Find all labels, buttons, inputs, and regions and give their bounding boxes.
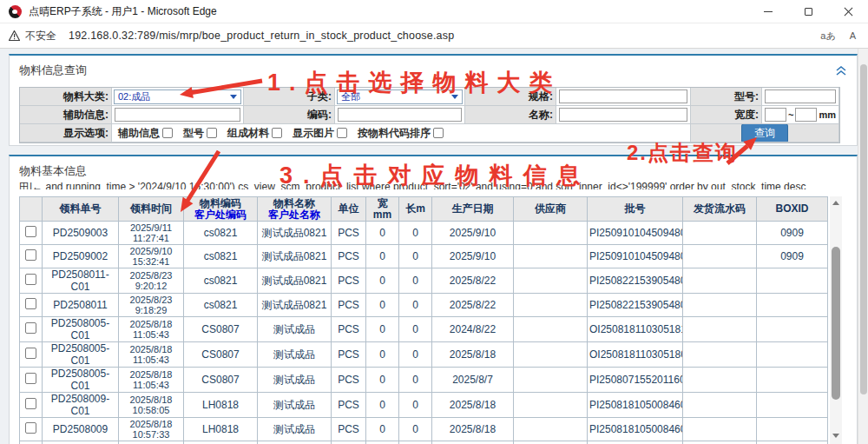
read-aloud-icon[interactable]: A — [850, 30, 856, 41]
cell-supplier[interactable] — [514, 317, 588, 342]
cell-order-no[interactable]: PD2508009 — [43, 418, 119, 441]
cell-width[interactable]: 0 — [366, 222, 399, 245]
cell-supplier[interactable] — [514, 294, 588, 317]
cell-supplier[interactable] — [514, 268, 588, 294]
cell-time[interactable]: 2025/8/239:18:29 — [119, 294, 184, 317]
cell-name[interactable]: 测试成品 — [258, 368, 332, 393]
cell-unit[interactable]: PCS — [332, 418, 366, 441]
page-scrollbar[interactable] — [858, 49, 868, 444]
minimize-button[interactable] — [748, 0, 788, 23]
cell-supplier[interactable] — [514, 393, 588, 418]
name-input[interactable] — [559, 108, 687, 122]
cell-supplier[interactable] — [514, 342, 588, 368]
cell-unit[interactable]: PCS — [332, 268, 366, 294]
cell-length[interactable]: 0 — [399, 418, 432, 441]
cell-name[interactable]: 测试成品 — [258, 418, 332, 441]
aux-info-input[interactable] — [115, 108, 240, 122]
cell-order-no[interactable]: PD2508005-C01 — [43, 368, 119, 393]
translate-icon[interactable]: aあ — [820, 30, 835, 43]
cell-code[interactable]: LH0818 — [184, 418, 258, 441]
row-checkbox[interactable] — [25, 298, 36, 309]
cell-width[interactable]: 0 — [366, 418, 399, 441]
cell-width[interactable]: 0 — [366, 368, 399, 393]
cell-name[interactable]: 测试成品 — [258, 342, 332, 368]
cell-width[interactable]: 0 — [366, 441, 399, 444]
cell-boxid[interactable] — [757, 317, 828, 342]
row-checkbox[interactable] — [25, 322, 36, 334]
cell-ship-code[interactable] — [683, 317, 757, 342]
display-option-checkbox[interactable] — [272, 128, 282, 138]
cell-width[interactable]: 0 — [366, 245, 399, 268]
row-checkbox[interactable] — [25, 398, 36, 409]
cell-length[interactable]: 0 — [399, 222, 432, 245]
cell-name[interactable]: 测试成品0821 — [258, 222, 332, 245]
cell-batch[interactable]: PI250818105008460 — [588, 393, 683, 418]
cell-length[interactable]: 0 — [399, 368, 432, 393]
cell-batch[interactable]: PI250807155201160 — [588, 441, 683, 444]
cell-width[interactable]: 0 — [366, 268, 399, 294]
cell-width[interactable]: 0 — [366, 342, 399, 368]
cell-code[interactable]: cs0821 — [184, 245, 258, 268]
cell-batch[interactable]: PI250910104509480 — [588, 222, 683, 245]
cell-prod-date[interactable]: 2025/8/7 — [432, 441, 514, 444]
cell-batch[interactable]: OI250818110305181 — [588, 317, 683, 342]
cell-prod-date[interactable]: 2025/8/22 — [432, 294, 514, 317]
cell-ship-code[interactable] — [683, 441, 757, 444]
cell-name[interactable]: 测试成品 — [258, 317, 332, 342]
cell-length[interactable]: 0 — [399, 268, 432, 294]
cell-order-no[interactable]: PD2509002 — [43, 245, 119, 268]
cell-prod-date[interactable]: 2025/8/18 — [432, 393, 514, 418]
scroll-up-button[interactable] — [830, 196, 842, 209]
cell-code[interactable]: cs0821 — [184, 222, 258, 245]
cell-prod-date[interactable]: 2025/9/10 — [432, 245, 514, 268]
cell-prod-date[interactable]: 2025/8/18 — [432, 418, 514, 441]
address-bar[interactable]: 不安全 192.168.0.32:789/mis/mrp/boe_product… — [0, 23, 868, 49]
cell-time[interactable]: 2025/8/1810:58:05 — [119, 393, 184, 418]
cell-time[interactable]: 2025/8/1810:57:33 — [119, 418, 184, 441]
col-name-sublabel[interactable]: 客户处名称 — [260, 209, 329, 221]
cell-order-no[interactable]: PD2508005-C01 — [43, 342, 119, 368]
cell-code[interactable]: CS0807 — [184, 441, 258, 444]
cell-length[interactable]: 0 — [399, 245, 432, 268]
cell-boxid[interactable] — [757, 268, 828, 294]
cell-order-no[interactable]: PD2508011 — [43, 294, 119, 317]
cell-time[interactable]: 2025/9/1111:27:41 — [119, 222, 184, 245]
table-scrollbar[interactable] — [830, 196, 842, 444]
display-option-checkbox[interactable] — [207, 128, 217, 138]
table-row[interactable]: PD2508005-C012025/8/1811:05:43CS0807测试成品… — [20, 368, 828, 393]
cell-length[interactable]: 0 — [399, 342, 432, 368]
cell-name[interactable]: 测试成品0821 — [258, 268, 332, 294]
table-row[interactable]: PD25090032025/9/1111:27:41cs0821测试成品0821… — [20, 222, 828, 245]
spec-input[interactable] — [559, 89, 687, 103]
cell-unit[interactable]: PCS — [332, 441, 366, 444]
display-option-checkbox[interactable] — [433, 128, 444, 138]
table-row[interactable]: PD2508005-C012025/8/1811:05:43CS0807测试成品… — [20, 342, 828, 368]
cell-width[interactable]: 0 — [366, 294, 399, 317]
cell-boxid[interactable] — [757, 418, 828, 441]
cell-batch[interactable]: PI250910104509480 — [588, 245, 683, 268]
table-row[interactable]: PD2508009-C012025/8/1810:58:05LH0818测试成品… — [20, 393, 828, 418]
cell-length[interactable]: 0 — [399, 317, 432, 342]
table-row[interactable]: PD25080092025/8/1810:57:33LH0818测试成品PCS0… — [20, 418, 828, 441]
cell-unit[interactable]: PCS — [332, 294, 366, 317]
cell-width[interactable]: 0 — [366, 317, 399, 342]
cell-order-no[interactable]: PD2509003 — [43, 222, 119, 245]
width-to-input[interactable] — [795, 108, 817, 122]
cell-batch[interactable]: PI250807155201160 — [588, 368, 683, 393]
cell-time[interactable]: 2025/8/7 — [119, 441, 184, 444]
cell-unit[interactable]: PCS — [332, 245, 366, 268]
cell-ship-code[interactable] — [683, 245, 757, 268]
url-text[interactable]: 192.168.0.32:789/mis/mrp/boe_product_ret… — [69, 30, 454, 42]
cell-length[interactable]: 0 — [399, 393, 432, 418]
cell-time[interactable]: 2025/8/1811:05:43 — [119, 317, 184, 342]
cell-supplier[interactable] — [514, 245, 588, 268]
security-label[interactable]: 不安全 — [25, 29, 56, 43]
cell-prod-date[interactable]: 2025/8/18 — [432, 342, 514, 368]
cell-width[interactable]: 0 — [366, 393, 399, 418]
col-code-sublabel[interactable]: 客户处编码 — [186, 209, 255, 221]
cell-time[interactable]: 2025/9/1015:32:41 — [119, 245, 184, 268]
cell-prod-date[interactable]: 2025/8/7 — [432, 368, 514, 393]
cell-boxid[interactable] — [757, 294, 828, 317]
cell-supplier[interactable] — [514, 222, 588, 245]
cell-name[interactable]: 测试成品0821 — [258, 245, 332, 268]
